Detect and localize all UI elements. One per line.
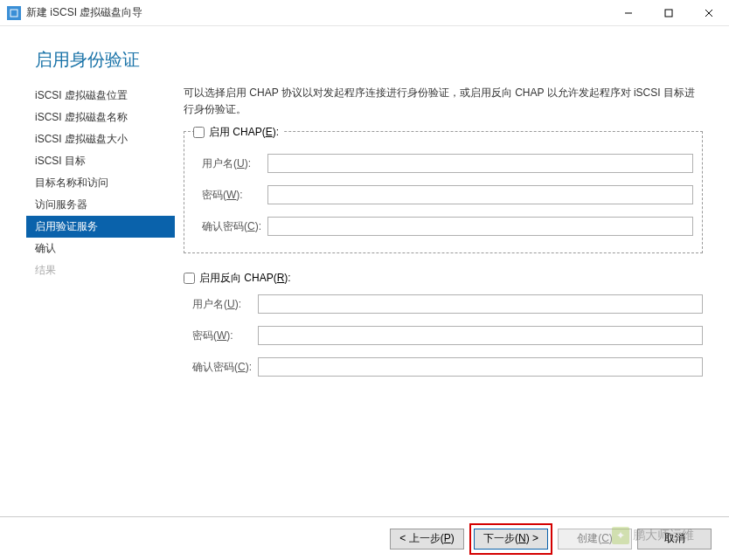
enable-reverse-chap-checkbox[interactable] <box>184 273 195 284</box>
wizard-step-5[interactable]: 访问服务器 <box>26 194 175 216</box>
rchap-username-label: 用户名(U): <box>192 297 258 312</box>
minimize-button[interactable] <box>608 0 649 26</box>
wizard-step-2[interactable]: iSCSI 虚拟磁盘大小 <box>26 128 175 150</box>
close-button[interactable] <box>689 0 729 26</box>
enable-reverse-chap-label[interactable]: 启用反向 CHAP(R): <box>199 271 291 286</box>
chap-username-label: 用户名(U): <box>202 156 267 171</box>
chap-confirm-label: 确认密码(C): <box>202 219 267 234</box>
window-title: 新建 iSCSI 虚拟磁盘向导 <box>26 5 608 20</box>
page-title: 启用身份验证 <box>35 48 694 72</box>
wizard-step-0[interactable]: iSCSI 虚拟磁盘位置 <box>26 85 175 107</box>
cancel-button[interactable]: 取消 <box>637 529 712 550</box>
wizard-step-3[interactable]: iSCSI 目标 <box>26 150 175 172</box>
svg-rect-2 <box>665 10 672 17</box>
next-button[interactable]: 下一步(N) > <box>474 529 548 550</box>
wizard-step-8: 结果 <box>26 259 175 281</box>
svg-rect-0 <box>10 10 17 17</box>
app-icon <box>7 6 21 20</box>
chap-password-input[interactable] <box>267 185 693 204</box>
chap-confirm-input[interactable] <box>267 217 693 236</box>
wizard-steps-sidebar: iSCSI 虚拟磁盘位置iSCSI 虚拟磁盘名称iSCSI 虚拟磁盘大小iSCS… <box>26 85 175 522</box>
wizard-step-7[interactable]: 确认 <box>26 238 175 259</box>
rchap-password-input[interactable] <box>258 326 703 345</box>
rchap-confirm-label: 确认密码(C): <box>192 360 258 375</box>
enable-chap-label[interactable]: 启用 CHAP(E): <box>209 125 279 140</box>
reverse-chap-group: 启用反向 CHAP(R): 用户名(U): 密码(W): 确认密码(C): <box>184 271 703 377</box>
chap-group: 启用 CHAP(E): 用户名(U): 密码(W): 确认密码(C): <box>184 131 703 253</box>
enable-chap-checkbox[interactable] <box>193 127 205 138</box>
rchap-password-label: 密码(W): <box>192 328 258 343</box>
wizard-step-6[interactable]: 启用验证服务 <box>26 216 175 238</box>
create-button: 创建(C) <box>558 529 632 550</box>
rchap-confirm-input[interactable] <box>258 357 703 377</box>
previous-button[interactable]: < 上一步(P) <box>390 529 464 550</box>
rchap-username-input[interactable] <box>258 294 703 314</box>
wizard-step-1[interactable]: iSCSI 虚拟磁盘名称 <box>26 107 175 128</box>
chap-password-label: 密码(W): <box>202 188 267 203</box>
chap-username-input[interactable] <box>267 154 693 173</box>
next-button-highlight: 下一步(N) > <box>469 523 552 555</box>
wizard-step-4[interactable]: 目标名称和访问 <box>26 172 175 194</box>
maximize-button[interactable] <box>649 0 689 26</box>
description-text: 可以选择启用 CHAP 协议以对发起程序连接进行身份验证，或启用反向 CHAP … <box>184 85 703 118</box>
